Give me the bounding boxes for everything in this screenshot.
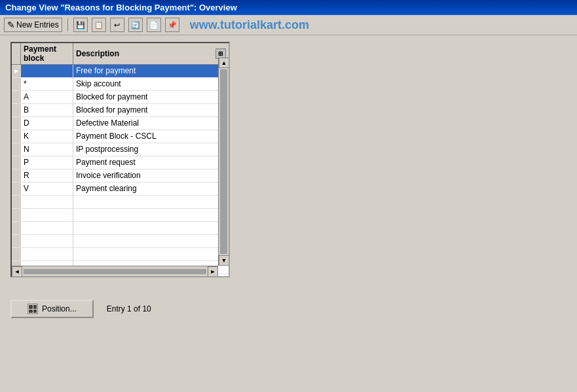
row-indicator (12, 91, 21, 103)
new-entries-label: New Entries (16, 20, 59, 29)
paste-icon: 📌 (168, 21, 177, 29)
table-row[interactable]: PPayment request (12, 156, 229, 169)
row-indicator (12, 156, 21, 169)
row-indicator (12, 196, 21, 208)
table-row-empty (12, 235, 229, 248)
scroll-right-btn[interactable]: ► (208, 266, 218, 277)
save2-icon: 📋 (94, 21, 103, 29)
table-row[interactable]: *Skip account (12, 78, 229, 91)
watermark: www.tutorialkart.com (190, 18, 309, 32)
row-indicator (12, 117, 21, 130)
row-indicator (12, 248, 21, 260)
cell-description: IP postprocessing (73, 143, 229, 156)
scroll-h-thumb[interactable] (24, 269, 206, 274)
scroll-left-btn[interactable]: ◄ (12, 266, 22, 277)
cell-payment-block: K (21, 130, 73, 143)
position-button[interactable]: Position... (10, 300, 94, 318)
cell-description: Skip account (73, 78, 229, 90)
undo-icon: ↩ (114, 21, 120, 29)
cell-payment-block-empty (21, 222, 73, 234)
cell-payment-block-empty (21, 235, 73, 247)
cell-payment-block: R (21, 169, 73, 182)
toolbar: ✎ New Entries 💾 📋 ↩ 🔄 📄 📌 www.tutorialka… (0, 15, 577, 35)
table-row[interactable]: DDefective Material (12, 117, 229, 130)
row-indicator (12, 104, 21, 116)
bottom-bar: Position... Entry 1 of 10 (0, 289, 577, 329)
separator-1 (67, 18, 68, 31)
header-payment-block: Payment block (21, 43, 73, 64)
cell-description-empty (73, 235, 229, 247)
cell-payment-block: P (21, 156, 73, 169)
new-entries-button[interactable]: ✎ New Entries (4, 18, 62, 32)
save-icon-button[interactable]: 💾 (73, 18, 88, 32)
cell-payment-block: A (21, 91, 73, 103)
table-row[interactable]: ABlocked for payment (12, 91, 229, 104)
cell-payment-block (21, 65, 73, 77)
cell-payment-block: * (21, 78, 73, 90)
row-indicator (12, 65, 21, 77)
paste-icon-button[interactable]: 📌 (165, 18, 179, 32)
row-indicator (12, 169, 21, 182)
cell-description-empty (73, 196, 229, 208)
scrollbar-horizontal[interactable]: ◄ ► (12, 266, 218, 276)
refresh-icon-button[interactable]: 🔄 (128, 18, 143, 32)
entry-info: Entry 1 of 10 (107, 304, 151, 313)
cell-description: Payment Block - CSCL (73, 130, 229, 143)
row-indicator (12, 78, 21, 90)
table-header: Payment block Description ⊞ (12, 43, 229, 65)
table-row-empty (12, 248, 229, 261)
table-row[interactable]: Free for payment (12, 65, 229, 78)
table-row-empty (12, 209, 229, 222)
cell-description: Payment request (73, 156, 229, 169)
table-body: Free for payment*Skip accountABlocked fo… (12, 65, 229, 277)
title-bar: Change View "Reasons for Blocking Paymen… (0, 0, 577, 15)
cell-payment-block-empty (21, 196, 73, 208)
table-row[interactable]: KPayment Block - CSCL (12, 130, 229, 143)
position-icon (28, 304, 38, 314)
scroll-up-btn[interactable]: ▲ (219, 58, 229, 68)
scroll-down-btn[interactable]: ▼ (219, 255, 229, 266)
row-indicator (12, 183, 21, 195)
row-indicator (12, 143, 21, 156)
table-row-empty (12, 222, 229, 235)
cell-description: Free for payment (73, 65, 229, 77)
table-row[interactable]: RInvoice verification (12, 169, 229, 183)
cell-description: Defective Material (73, 117, 229, 130)
cell-payment-block: N (21, 143, 73, 156)
cell-description-empty (73, 209, 229, 221)
save-icon: 💾 (76, 21, 85, 29)
cell-payment-block: V (21, 183, 73, 195)
cell-description: Blocked for payment (73, 104, 229, 116)
header-indicator-spacer (12, 43, 21, 64)
cell-payment-block: B (21, 104, 73, 116)
copy-icon-button[interactable]: 📄 (147, 18, 161, 32)
main-content: Payment block Description ⊞ Free for pay… (0, 35, 577, 284)
table-row-empty (12, 196, 229, 209)
title-text: Change View "Reasons for Blocking Paymen… (5, 3, 237, 12)
header-description: Description ⊞ (73, 43, 229, 64)
row-indicator (12, 235, 21, 247)
row-indicator (12, 130, 21, 143)
copy-icon: 📄 (149, 21, 158, 29)
table-container: Payment block Description ⊞ Free for pay… (10, 42, 230, 277)
position-label: Position... (42, 304, 77, 313)
cell-description-empty (73, 222, 229, 234)
row-indicator (12, 209, 21, 221)
scroll-thumb[interactable] (220, 69, 227, 254)
cell-description: Payment clearing (73, 183, 229, 195)
cell-description: Invoice verification (73, 169, 229, 182)
header-description-label: Description (76, 49, 119, 58)
scrollbar-vertical[interactable]: ▲ ▼ (218, 58, 229, 266)
row-indicator (12, 222, 21, 234)
cell-description: Blocked for payment (73, 91, 229, 103)
undo-icon-button[interactable]: ↩ (110, 18, 124, 32)
table-row[interactable]: BBlocked for payment (12, 104, 229, 117)
save2-icon-button[interactable]: 📋 (92, 18, 106, 32)
table-row[interactable]: VPayment clearing (12, 183, 229, 196)
cell-payment-block-empty (21, 248, 73, 260)
cell-payment-block: D (21, 117, 73, 130)
new-entries-icon: ✎ (7, 20, 15, 30)
table-row[interactable]: NIP postprocessing (12, 143, 229, 156)
cell-description-empty (73, 248, 229, 260)
cell-payment-block-empty (21, 209, 73, 221)
